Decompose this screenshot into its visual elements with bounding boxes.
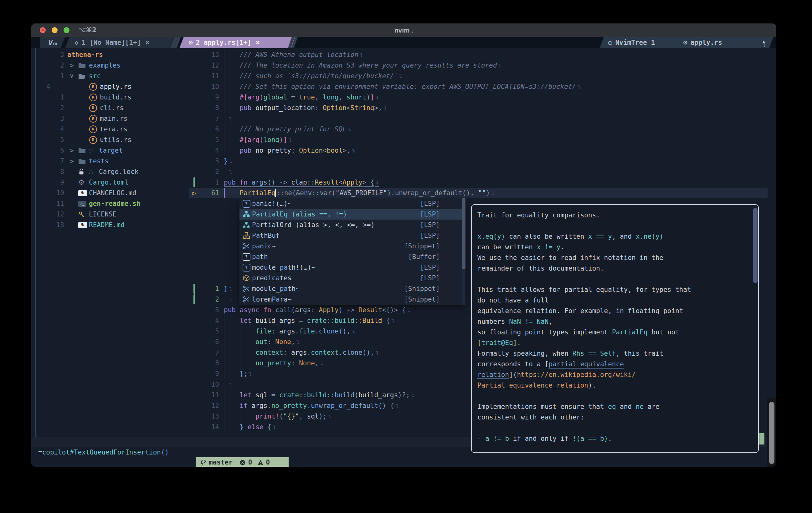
completion-item-6[interactable]: ?module_path!(…)~[LSP] <box>239 262 465 273</box>
line-number: 5 <box>192 134 219 145</box>
doc-line-8: do not have a full <box>477 295 758 306</box>
code-line-1[interactable]: 1pub fn args() -> clap::Result<Apply> {↴ <box>31 177 776 188</box>
tree-item-README.md[interactable]: 13M↓README.md <box>31 219 188 230</box>
tree-item-gen-readme.sh[interactable]: 11>_gen-readme.sh <box>31 198 188 209</box>
code-line-9[interactable]: 9#[arg(global = true, long, short)]↴ <box>31 92 776 102</box>
completion-item-5[interactable]: ?path[Buffer] <box>239 251 465 262</box>
code-line-8[interactable]: 8pub output_location: Option<String>,↴ <box>31 102 776 113</box>
close-window-button[interactable] <box>40 27 46 33</box>
tabpage-chip-NvimTree_1[interactable]: ○NvimTree_1 <box>600 37 680 48</box>
indent-guide <box>224 60 225 71</box>
completion-item-0[interactable]: ?panic!(…)~[LSP] <box>239 198 465 209</box>
eol-mark: ↴ <box>391 317 395 324</box>
indent-guide <box>240 326 240 337</box>
code-text: }↴ <box>224 156 233 167</box>
line-number: 4 <box>192 315 219 326</box>
doc-link[interactable]: partial equivalence <box>549 360 624 368</box>
terminal-window: ⌥⌘2 nvim . Vim◇1 [No Name][1+]×⊙2 apply.… <box>31 24 776 467</box>
code-text: pub output_location: Option<String>,↴ <box>240 102 387 113</box>
indent-guide <box>224 50 225 60</box>
completion-kind-icon <box>242 283 251 294</box>
completion-item-8[interactable]: module_path~[Snippet] <box>239 283 465 294</box>
tabpage-icon: ○ <box>608 37 612 48</box>
code-line-4[interactable]: 4pub no_pretty: Option<bool>,↴ <box>31 145 776 156</box>
code-line-7[interactable]: 7↴ <box>31 113 776 124</box>
git-branch-name: master <box>209 457 233 467</box>
line-number: 10 <box>192 81 219 92</box>
diagnostics-error-icon <box>239 459 246 466</box>
popup-scrollbar-thumb[interactable] <box>462 198 465 269</box>
completion-item-1[interactable]: PartialEq (alias ==, !=)[LSP] <box>239 209 465 219</box>
doc-line-5: remainder of this documentation. <box>477 263 758 274</box>
completion-kind-icon: ? <box>242 262 251 273</box>
line-number: 7 <box>192 113 219 124</box>
indent-guide <box>224 145 225 156</box>
code-line-13[interactable]: 13/// AWS Athena output location↴ <box>31 50 776 60</box>
eol-mark: ↴ <box>229 381 233 388</box>
completion-item-3[interactable]: PathBuf[LSP] <box>239 230 465 241</box>
buffer-tab-1[interactable]: ◇1 [No Name][1+]× <box>65 37 181 48</box>
code-text: } else {↴ <box>240 422 277 432</box>
doc-link[interactable]: relation <box>477 371 509 379</box>
doc-scrollbar-thumb[interactable] <box>753 208 757 283</box>
line-number: 11 <box>192 71 219 81</box>
minimize-window-button[interactable] <box>52 27 58 33</box>
eol-mark: ↴ <box>498 62 502 69</box>
code-text: };↴ <box>240 368 253 379</box>
completion-item-9[interactable]: loremPara~[Snippet] <box>239 294 465 305</box>
code-line-10[interactable]: 10/// Set this option via environment va… <box>31 81 776 92</box>
buffer-tab-label: 2 apply.rs[1+] <box>196 39 251 46</box>
code-line-3[interactable]: 3}↴ <box>31 156 776 167</box>
code-line-6[interactable]: 6/// No pretty print for SQL↴ <box>31 124 776 134</box>
completion-item-4[interactable]: panic~[Snippet] <box>239 241 465 251</box>
completion-source: [Snippet] <box>404 241 440 251</box>
eol-mark: ↴ <box>351 147 356 154</box>
doc-line-6 <box>477 274 758 284</box>
line-number: 14 <box>192 422 219 432</box>
indent-guide <box>224 400 225 411</box>
completion-item-7[interactable]: predicates[LSP] <box>239 273 465 283</box>
code-line-61[interactable]: ▷61PartialEq::ne(&env::var("AWS_PROFILE"… <box>31 188 776 198</box>
tree-line-number: 13 <box>37 219 64 230</box>
code-text: ↴ <box>228 294 233 305</box>
cmdline-parens: () <box>161 449 169 456</box>
completion-popup: ?panic!(…)~[LSP]PartialEq (alias ==, !=)… <box>239 198 465 305</box>
buffer-close-icon[interactable]: × <box>256 37 260 48</box>
code-line-5[interactable]: 5#[arg(long)]↴ <box>31 134 776 145</box>
code-line-11[interactable]: 11/// such as `s3://path/to/query/bucket… <box>31 71 776 81</box>
line-number: 1 <box>192 177 219 188</box>
line-number: 12 <box>192 400 219 411</box>
tree-item-LICENSE[interactable]: 12LICENSE <box>31 209 188 219</box>
line-number: 10 <box>192 379 219 390</box>
completion-kind-icon <box>242 241 251 251</box>
window-shortcut: ⌥⌘2 <box>78 24 96 37</box>
code-text: print!("{}", sql);↴ <box>255 411 331 422</box>
code-text: /// The location in Amazon S3 where your… <box>240 60 502 71</box>
cmdline: =copilot#TextQueuedForInsertion() <box>38 447 169 458</box>
doc-float-window: Trait for equality comparisons.x.eq(y) c… <box>471 204 759 453</box>
titlebar[interactable]: ⌥⌘2 nvim . <box>31 24 776 37</box>
indent-guide <box>240 347 240 358</box>
doc-scrollbar-thumb-green[interactable] <box>759 433 764 445</box>
tabpage-label: NvimTree_1 <box>615 39 655 46</box>
completion-source: [LSP] <box>420 209 440 219</box>
code-line-12[interactable]: 12/// The location in Amazon S3 where yo… <box>31 60 776 71</box>
code-line-2[interactable]: 2↴ <box>31 167 776 177</box>
vim-logo-tab[interactable]: Vim <box>40 37 65 48</box>
tabpage-chip-apply.rs[interactable]: ⊙apply.rs <box>674 37 762 48</box>
indent-guide <box>224 358 225 368</box>
git-branch-icon <box>200 459 206 466</box>
eol-mark: ↴ <box>347 125 351 133</box>
eol-mark: ↴ <box>320 359 324 367</box>
macos-scrollbar-thumb[interactable] <box>769 402 775 464</box>
indent-guide-scope <box>224 188 225 198</box>
indent-guide <box>224 368 225 379</box>
buffer-tab-2[interactable]: ⊙2 apply.rs[1+]× <box>179 37 295 48</box>
completion-item-2[interactable]: PartialOrd (alias >, <, <=, >=)[LSP] <box>239 219 465 230</box>
code-text: let build_args = crate::build::Build {↴ <box>240 315 395 326</box>
zoom-window-button[interactable] <box>63 27 69 33</box>
eol-mark: ↴ <box>351 328 356 335</box>
code-text: context: args.context.clone(),↴ <box>255 347 379 358</box>
completion-source: [Buffer] <box>408 251 440 262</box>
buffer-close-icon[interactable]: × <box>145 37 149 48</box>
